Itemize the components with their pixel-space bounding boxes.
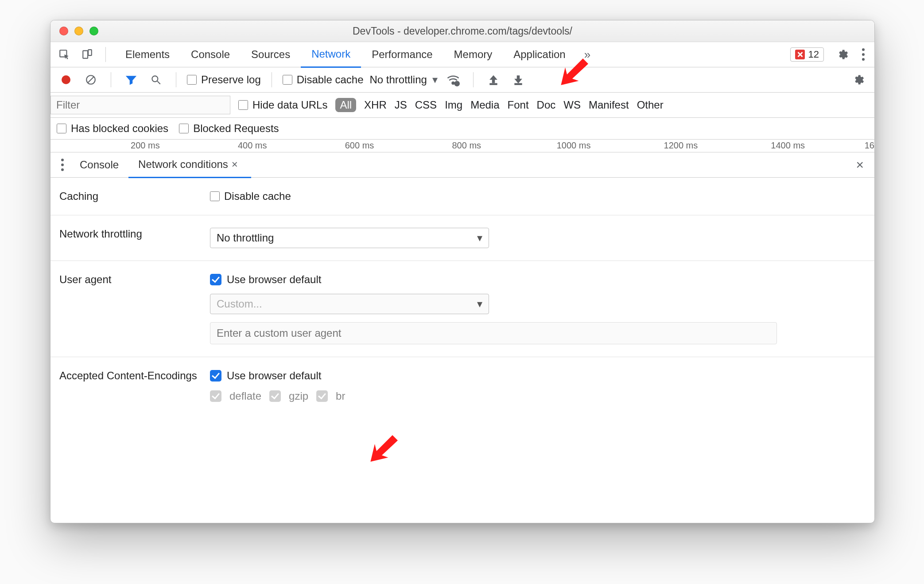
preserve-log-checkbox[interactable]: Preserve log (187, 74, 261, 86)
throttling-row: Network throttling No throttling ▾ (50, 215, 874, 261)
inspect-element-icon[interactable] (55, 45, 74, 64)
divider (105, 47, 106, 62)
divider (111, 72, 111, 87)
checkbox-checked-icon (210, 370, 221, 382)
encoding-deflate: deflate (229, 390, 261, 402)
encodings-use-default-checkbox[interactable]: Use browser default (210, 370, 866, 382)
throttling-dropdown[interactable]: No throttling ▾ (210, 228, 489, 248)
clear-log-icon[interactable] (82, 70, 100, 89)
filter-type-doc[interactable]: Doc (537, 99, 556, 111)
tab-network[interactable]: Network (301, 42, 361, 68)
record-button[interactable] (57, 70, 75, 89)
error-icon (795, 50, 805, 59)
filter-type-css[interactable]: CSS (415, 99, 437, 111)
error-count: 12 (808, 49, 819, 60)
timeline-label: 1200 ms (664, 140, 698, 151)
toggle-device-toolbar-icon[interactable] (78, 45, 97, 64)
timeline-label: 400 ms (238, 140, 267, 151)
drawer-tab-console[interactable]: Console (70, 152, 128, 177)
tab-performance[interactable]: Performance (361, 42, 443, 67)
encodings-options: deflate gzip br (210, 390, 866, 402)
ua-use-default-checkbox[interactable]: Use browser default (210, 273, 866, 286)
network-toolbar: Preserve log Disable cache No throttling… (50, 67, 874, 93)
error-badge[interactable]: 12 (790, 47, 824, 62)
caching-label: Caching (59, 190, 206, 202)
kebab-menu-icon[interactable] (857, 48, 870, 61)
tab-memory[interactable]: Memory (443, 42, 503, 67)
upload-har-icon[interactable] (484, 70, 503, 89)
encodings-use-default-label: Use browser default (227, 370, 321, 382)
throttling-dropdown-value: No throttling (217, 232, 274, 244)
search-icon[interactable] (147, 70, 165, 89)
network-conditions-icon[interactable] (444, 70, 462, 89)
preserve-log-label: Preserve log (201, 74, 261, 86)
timeline-label: 1400 ms (771, 140, 805, 151)
filter-type-ws[interactable]: WS (563, 99, 581, 111)
filter-toggle-icon[interactable] (122, 70, 140, 89)
filter-type-media[interactable]: Media (470, 99, 499, 111)
main-tabs: Elements Console Sources Network Perform… (115, 42, 576, 67)
network-settings-icon[interactable] (850, 70, 868, 89)
filter-type-other[interactable]: Other (637, 99, 664, 111)
timeline-label: 1600 ms (865, 140, 874, 152)
throttling-value: No throttling (369, 74, 427, 86)
devtools-window: DevTools - developer.chrome.com/tags/dev… (50, 20, 875, 523)
settings-icon[interactable] (834, 45, 852, 64)
timeline-label: 200 ms (131, 140, 160, 151)
filter-type-xhr[interactable]: XHR (364, 99, 387, 111)
encoding-br: br (336, 390, 345, 402)
checkbox-disabled-icon (269, 390, 281, 402)
divider (176, 72, 176, 87)
user-agent-label: User agent (59, 273, 206, 286)
close-tab-icon[interactable]: × (228, 158, 241, 171)
hide-data-urls-checkbox[interactable]: Hide data URLs (238, 99, 327, 111)
disable-cache-checkbox[interactable]: Disable cache (283, 74, 364, 86)
close-drawer-icon[interactable]: × (850, 157, 870, 172)
filter-all[interactable]: All (335, 98, 356, 112)
filter-input[interactable] (50, 96, 230, 114)
throttling-select[interactable]: No throttling ▾ (369, 74, 437, 86)
panel-disable-cache-checkbox[interactable]: Disable cache (210, 190, 866, 202)
throttling-label: Network throttling (59, 228, 206, 240)
checkbox-disabled-icon (316, 390, 328, 402)
devtools-tabbar: Elements Console Sources Network Perform… (50, 42, 874, 67)
ua-use-default-label: Use browser default (227, 273, 321, 286)
timeline-overview[interactable]: 200 ms 400 ms 600 ms 800 ms 1000 ms 1200… (50, 140, 874, 152)
svg-rect-2 (88, 50, 92, 55)
ua-custom-dropdown-value: Custom... (217, 298, 262, 310)
has-blocked-cookies-label: Has blocked cookies (71, 122, 168, 135)
drawer-menu-icon[interactable] (55, 159, 70, 171)
divider (473, 72, 474, 87)
svg-point-8 (456, 83, 458, 84)
timeline-label: 1000 ms (557, 140, 591, 151)
tab-sources[interactable]: Sources (241, 42, 301, 67)
chevron-down-icon: ▾ (477, 298, 482, 310)
encodings-label: Accepted Content-Encodings (59, 370, 206, 382)
window-title: DevTools - developer.chrome.com/tags/dev… (50, 25, 874, 37)
timeline-label: 600 ms (345, 140, 374, 151)
svg-point-6 (452, 82, 454, 84)
filter-type-manifest[interactable]: Manifest (589, 99, 629, 111)
has-blocked-cookies-checkbox[interactable]: Has blocked cookies (57, 122, 168, 135)
caching-row: Caching Disable cache (50, 178, 874, 215)
svg-rect-9 (490, 84, 497, 85)
checkbox-disabled-icon (210, 390, 221, 402)
blocked-requests-checkbox[interactable]: Blocked Requests (179, 122, 279, 135)
user-agent-row: User agent Use browser default Custom...… (50, 261, 874, 357)
filter-row: Hide data URLs All XHR JS CSS Img Media … (50, 93, 874, 118)
filter-type-font[interactable]: Font (508, 99, 529, 111)
encodings-row: Accepted Content-Encodings Use browser d… (50, 357, 874, 415)
ua-custom-input (210, 322, 777, 344)
drawer-tab-label: Network conditions (138, 158, 228, 171)
filter-type-js[interactable]: JS (395, 99, 407, 111)
more-tabs-icon[interactable]: » (581, 48, 594, 62)
tab-application[interactable]: Application (503, 42, 576, 67)
tab-elements[interactable]: Elements (115, 42, 180, 67)
divider (272, 72, 272, 87)
drawer-tab-network-conditions[interactable]: Network conditions × (128, 152, 251, 178)
tab-console[interactable]: Console (180, 42, 241, 67)
encoding-gzip: gzip (289, 390, 308, 402)
filter-type-img[interactable]: Img (445, 99, 462, 111)
download-har-icon[interactable] (509, 70, 528, 89)
chevron-down-icon: ▾ (432, 74, 438, 86)
